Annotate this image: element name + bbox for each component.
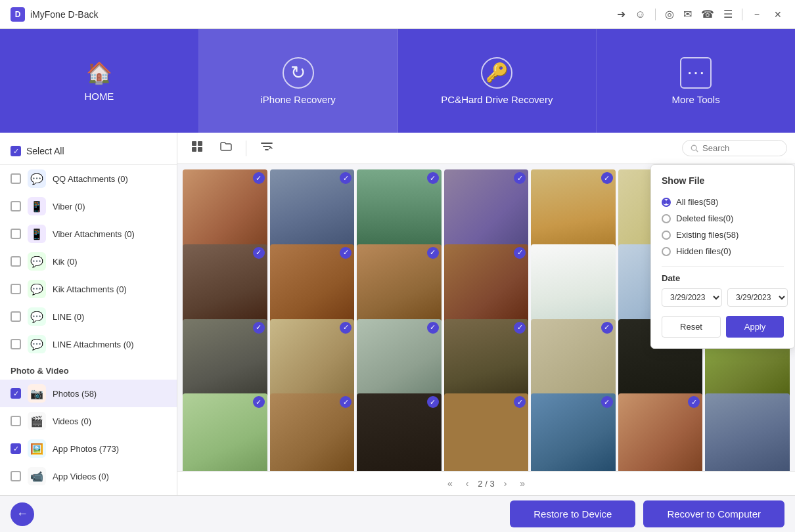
photo-cell[interactable]: ✓tree/water <box>357 169 442 254</box>
photo-checkmark[interactable]: ✓ <box>514 322 526 334</box>
photo-checkmark[interactable]: ✓ <box>253 322 265 334</box>
photo-cell[interactable]: ✓ <box>183 393 267 471</box>
radio-hidden-files[interactable] <box>662 247 671 256</box>
videos-checkbox[interactable] <box>11 416 21 426</box>
radio-deleted-files[interactable] <box>662 214 671 223</box>
sidebar-item-photos[interactable]: ✓ 📷 Photos (58) <box>0 380 177 407</box>
date-to-select[interactable]: 3/29/2023 <box>727 288 788 307</box>
photo-checkmark[interactable]: ✓ <box>427 172 439 184</box>
photo-checkmark[interactable]: ✓ <box>340 322 352 334</box>
nav-more-tools[interactable]: ⋯ More Tools <box>597 29 795 133</box>
photo-cell[interactable]: ✓ARKive <box>357 319 442 404</box>
mail-icon[interactable]: ✉ <box>683 8 692 20</box>
line-checkbox[interactable] <box>11 311 21 322</box>
photo-checkmark[interactable]: ✓ <box>253 396 265 408</box>
chat-icon[interactable]: ☎ <box>701 8 714 20</box>
sidebar-item-viber-attachments[interactable]: 📱 Viber Attachments (0) <box>0 220 177 248</box>
search-input[interactable] <box>702 143 779 153</box>
minimize-button[interactable]: − <box>752 9 762 20</box>
svg-rect-0 <box>192 141 196 146</box>
kik-attachments-checkbox[interactable] <box>11 284 21 294</box>
viber-checkbox[interactable] <box>11 201 21 211</box>
photo-checkmark[interactable]: ✓ <box>253 172 265 184</box>
photo-cell[interactable]: ✓ <box>357 393 442 471</box>
photo-checkmark[interactable]: ✓ <box>253 247 265 259</box>
sidebar-item-qq-attachments[interactable]: 💬 QQ Attachments (0) <box>0 165 177 192</box>
recover-to-computer-button[interactable]: Recover to Computer <box>643 500 784 527</box>
photo-cell[interactable] <box>531 244 616 329</box>
sidebar-item-viber[interactable]: 📱 Viber (0) <box>0 192 177 220</box>
photo-cell[interactable]: ✓ <box>618 393 703 471</box>
reset-button[interactable]: Reset <box>662 316 721 338</box>
photo-cell[interactable]: ✓sunset <box>531 169 616 254</box>
photo-checkmark[interactable]: ✓ <box>427 247 439 259</box>
photo-cell[interactable]: ✓ <box>357 244 442 329</box>
photo-cell[interactable]: ✓ <box>183 319 267 404</box>
sidebar-item-line-attachments[interactable]: 💬 LINE Attachments (0) <box>0 330 177 358</box>
photo-cell[interactable]: ✓ <box>270 393 355 471</box>
select-all-checkbox[interactable]: ✓ <box>11 146 21 156</box>
sidebar-item-line[interactable]: 💬 LINE (0) <box>0 303 177 330</box>
apply-button[interactable]: Apply <box>726 316 784 338</box>
photo-checkmark[interactable]: ✓ <box>601 322 613 334</box>
photo-checkmark[interactable]: ✓ <box>427 396 439 408</box>
photo-cell[interactable]: ✓ <box>270 244 355 329</box>
kik-checkbox[interactable] <box>11 256 21 267</box>
photo-cell[interactable]: ✓ <box>183 169 267 254</box>
sidebar-item-kik[interactable]: 💬 Kik (0) <box>0 248 177 275</box>
filter-option-existing-files[interactable]: Existing files(58) <box>662 227 784 243</box>
sidebar-item-app-photos[interactable]: ✓ 🖼️ App Photos (773) <box>0 435 177 462</box>
app-videos-checkbox[interactable] <box>11 471 21 481</box>
more-tools-icon: ⋯ <box>680 57 712 89</box>
select-all-label[interactable]: Select All <box>26 146 64 156</box>
filter-up-button[interactable] <box>254 136 279 160</box>
photo-cell[interactable]: ✓ <box>444 393 529 471</box>
search-box[interactable] <box>682 140 787 156</box>
photo-cell[interactable]: ✓ <box>270 319 355 404</box>
line-attachments-checkbox[interactable] <box>11 339 21 349</box>
next-page-button[interactable]: › <box>500 477 511 490</box>
photo-cell[interactable]: ✓haltnord <box>444 169 529 254</box>
photo-cell[interactable]: ✓ <box>183 244 267 329</box>
photo-cell[interactable]: ✓ <box>444 244 529 329</box>
qq-attachments-checkbox[interactable] <box>11 173 21 184</box>
app-photos-checkbox[interactable]: ✓ <box>11 443 21 454</box>
last-page-button[interactable]: » <box>516 477 529 490</box>
photos-checkbox[interactable]: ✓ <box>11 388 21 399</box>
photo-checkmark[interactable]: ✓ <box>514 247 526 259</box>
radio-existing-files[interactable] <box>662 231 671 240</box>
photo-checkmark[interactable]: ✓ <box>601 396 613 408</box>
photo-checkmark[interactable]: ✓ <box>601 172 613 184</box>
sidebar-item-app-videos[interactable]: 📹 App Videos (0) <box>0 462 177 490</box>
close-button[interactable]: ✕ <box>771 9 784 20</box>
menu-icon[interactable]: ☰ <box>723 8 733 20</box>
photo-cell[interactable]: ✓ <box>531 319 616 404</box>
location-icon[interactable]: ◎ <box>665 8 674 20</box>
photo-cell[interactable] <box>705 393 790 471</box>
prev-page-button[interactable]: ‹ <box>462 477 473 490</box>
share-icon[interactable]: ➜ <box>617 8 625 20</box>
first-page-button[interactable]: « <box>443 477 457 490</box>
photo-checkmark[interactable]: ✓ <box>427 322 439 334</box>
nav-pc-recovery[interactable]: 🔑 PC&Hard Drive Recovery <box>398 29 597 133</box>
viber-attachments-checkbox[interactable] <box>11 229 21 239</box>
select-all-row[interactable]: ✓ Select All <box>0 141 177 165</box>
grid-view-button[interactable] <box>185 137 209 160</box>
photo-cell[interactable]: ✓ <box>270 169 355 254</box>
back-button[interactable]: ← <box>11 502 34 526</box>
radio-all-files[interactable] <box>662 198 671 207</box>
restore-to-device-button[interactable]: Restore to Device <box>510 500 635 527</box>
filter-option-hidden-files[interactable]: Hidden files(0) <box>662 243 784 259</box>
folder-view-button[interactable] <box>214 137 238 160</box>
nav-iphone-recovery[interactable]: ↻ iPhone Recovery <box>199 29 398 133</box>
photo-cell[interactable]: ✓ <box>531 393 616 471</box>
photo-checkmark[interactable]: ✓ <box>340 247 352 259</box>
sidebar-item-videos[interactable]: 🎬 Videos (0) <box>0 407 177 435</box>
filter-option-all-files[interactable]: All files(58) <box>662 194 784 210</box>
nav-home[interactable]: 🏠 HOME <box>0 29 199 133</box>
date-from-select[interactable]: 3/29/2023 <box>662 288 722 307</box>
photo-cell[interactable]: ✓ <box>444 319 529 404</box>
user-icon[interactable]: ☺ <box>635 9 645 20</box>
sidebar-item-kik-attachments[interactable]: 💬 Kik Attachments (0) <box>0 275 177 303</box>
filter-option-deleted-files[interactable]: Deleted files(0) <box>662 210 784 227</box>
